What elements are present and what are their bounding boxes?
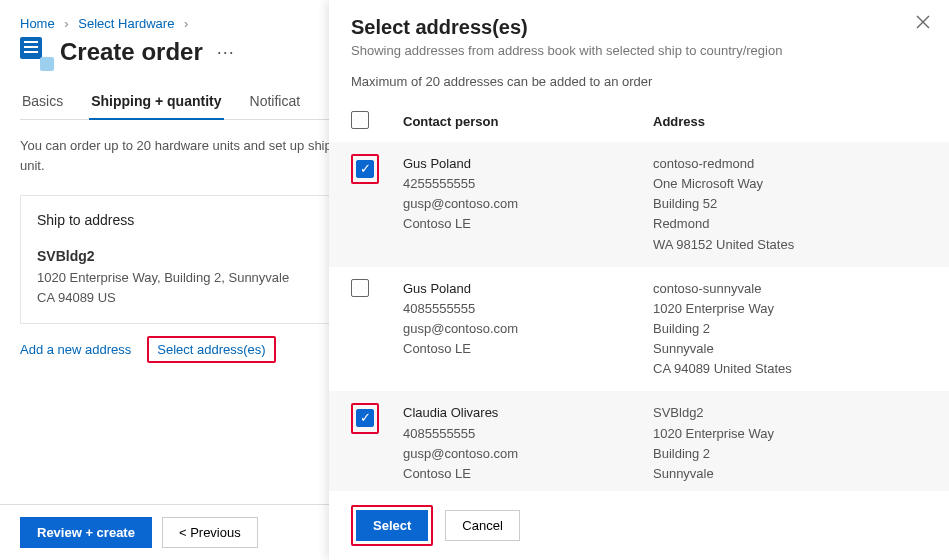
flyout-subtitle: Showing addresses from address book with…	[351, 43, 927, 58]
column-address: Address	[653, 114, 927, 129]
previous-button[interactable]: < Previous	[162, 517, 258, 548]
page-title: Create order	[60, 38, 203, 66]
highlight-box: Select	[351, 505, 433, 546]
contact-name: Claudia Olivares	[403, 403, 653, 423]
address-line: Building 2	[653, 444, 927, 464]
address-line: Redmond	[653, 214, 927, 234]
select-addresses-link[interactable]: Select address(es)	[157, 342, 265, 357]
address-line: Building 52	[653, 194, 927, 214]
flyout-title: Select address(es)	[351, 16, 927, 39]
select-button[interactable]: Select	[356, 510, 428, 541]
close-icon[interactable]	[915, 14, 931, 30]
add-new-address-link[interactable]: Add a new address	[20, 342, 131, 357]
contact-cell: Gus Poland4085555555gusp@contoso.comCont…	[403, 279, 653, 380]
tab-shipping-quantity[interactable]: Shipping + quantity	[89, 85, 223, 119]
row-checkbox[interactable]	[356, 409, 374, 427]
contact-org: Contoso LE	[403, 464, 653, 484]
review-create-button[interactable]: Review + create	[20, 517, 152, 548]
highlight-box: Select address(es)	[147, 336, 275, 363]
address-cell: contoso-redmondOne Microsoft WayBuilding…	[653, 154, 927, 255]
contact-org: Contoso LE	[403, 339, 653, 359]
contact-cell: Gus Poland4255555555gusp@contoso.comCont…	[403, 154, 653, 255]
breadcrumb-select-hardware[interactable]: Select Hardware	[78, 16, 174, 31]
flyout-note: Maximum of 20 addresses can be added to …	[329, 70, 949, 101]
more-icon[interactable]: ···	[213, 42, 239, 63]
table-row[interactable]: Gus Poland4255555555gusp@contoso.comCont…	[329, 142, 949, 267]
address-line: Sunnyvale	[653, 339, 927, 359]
address-line: CA 94089 United States	[653, 359, 927, 379]
address-line: Sunnyvale	[653, 464, 927, 484]
highlight-box	[351, 403, 379, 433]
address-line: Building 2	[653, 319, 927, 339]
chevron-right-icon: ›	[64, 16, 68, 31]
select-all-checkbox[interactable]	[351, 111, 369, 129]
address-line: contoso-sunnyvale	[653, 279, 927, 299]
table-row[interactable]: Gus Poland4085555555gusp@contoso.comCont…	[329, 267, 949, 392]
table-header: Contact person Address	[329, 101, 949, 142]
tab-notifications[interactable]: Notificat	[248, 85, 303, 119]
table-row[interactable]: Claudia Olivares4085555555gusp@contoso.c…	[329, 391, 949, 491]
address-line: contoso-redmond	[653, 154, 927, 174]
order-icon	[20, 37, 50, 67]
contact-name: Gus Poland	[403, 154, 653, 174]
column-contact: Contact person	[403, 114, 653, 129]
flyout-footer: Select Cancel	[329, 491, 949, 560]
breadcrumb-home[interactable]: Home	[20, 16, 55, 31]
contact-cell: Claudia Olivares4085555555gusp@contoso.c…	[403, 403, 653, 484]
select-address-flyout: Select address(es) Showing addresses fro…	[329, 0, 949, 560]
contact-email: gusp@contoso.com	[403, 319, 653, 339]
contact-phone: 4085555555	[403, 299, 653, 319]
contact-phone: 4255555555	[403, 174, 653, 194]
address-line: 1020 Enterprise Way	[653, 424, 927, 444]
cancel-button[interactable]: Cancel	[445, 510, 519, 541]
row-checkbox[interactable]	[351, 279, 369, 297]
contact-email: gusp@contoso.com	[403, 194, 653, 214]
contact-email: gusp@contoso.com	[403, 444, 653, 464]
contact-org: Contoso LE	[403, 214, 653, 234]
address-cell: SVBldg21020 Enterprise WayBuilding 2Sunn…	[653, 403, 927, 484]
address-line: WA 98152 United States	[653, 235, 927, 255]
flyout-header: Select address(es) Showing addresses fro…	[329, 0, 949, 70]
row-checkbox[interactable]	[356, 160, 374, 178]
contact-phone: 4085555555	[403, 424, 653, 444]
highlight-box	[351, 154, 379, 184]
chevron-right-icon: ›	[184, 16, 188, 31]
address-table: Contact person Address Gus Poland4255555…	[329, 101, 949, 491]
address-line: One Microsoft Way	[653, 174, 927, 194]
address-cell: contoso-sunnyvale1020 Enterprise WayBuil…	[653, 279, 927, 380]
address-line: 1020 Enterprise Way	[653, 299, 927, 319]
tab-basics[interactable]: Basics	[20, 85, 65, 119]
contact-name: Gus Poland	[403, 279, 653, 299]
address-line: SVBldg2	[653, 403, 927, 423]
